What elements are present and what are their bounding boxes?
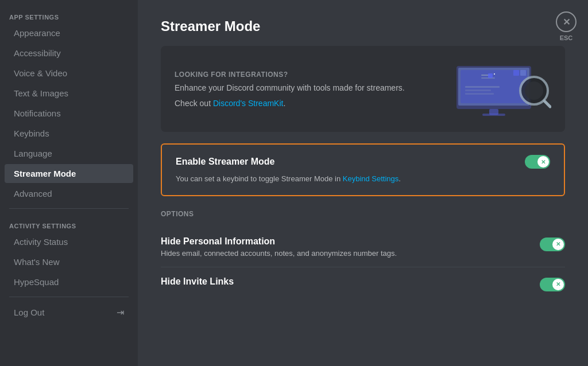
sidebar-item-accessibility[interactable]: Accessibility <box>5 44 133 63</box>
sidebar-item-text-images[interactable]: Text & Images <box>5 84 133 103</box>
logout-button[interactable]: Log Out ⇥ <box>5 302 133 322</box>
sidebar-item-voice-video[interactable]: Voice & Video <box>5 64 133 83</box>
hide-personal-info-toggle[interactable]: ✕ <box>540 237 565 251</box>
toggle-icon-personal: ✕ <box>556 241 560 247</box>
app-settings-label: APP SETTINGS <box>0 5 138 23</box>
svg-rect-8 <box>494 73 495 75</box>
svg-rect-6 <box>481 77 495 79</box>
esc-button[interactable]: ✕ ESC <box>556 11 577 41</box>
options-label: OPTIONS <box>161 210 565 218</box>
sidebar-item-advanced[interactable]: Advanced <box>5 184 133 203</box>
hide-invite-links-toggle[interactable]: ✕ <box>540 278 565 291</box>
svg-rect-14 <box>465 93 494 95</box>
sidebar-item-streamer-mode[interactable]: Streamer Mode <box>5 164 133 183</box>
sidebar-item-hypesquad[interactable]: HypeSquad <box>5 272 133 291</box>
integration-card: LOOKING FOR INTEGRATIONS? Enhance your D… <box>161 46 565 132</box>
activity-settings-label: ACTIVITY SETTINGS <box>0 213 138 232</box>
option-desc-hide-personal: Hides email, connected accounts, notes, … <box>161 249 397 258</box>
svg-rect-16 <box>520 70 526 76</box>
sidebar: APP SETTINGS Appearance Accessibility Vo… <box>0 0 138 366</box>
option-text: Hide Personal Information Hides email, c… <box>161 236 397 258</box>
svg-point-10 <box>525 81 543 100</box>
svg-rect-13 <box>465 89 491 91</box>
streamer-mode-header: Enable Streamer Mode ✕ <box>176 155 550 169</box>
svg-rect-15 <box>513 70 519 76</box>
toggle-icon-invite: ✕ <box>556 281 560 287</box>
enable-streamer-mode-toggle[interactable]: ✕ <box>525 155 550 169</box>
toggle-knob: ✕ <box>537 156 549 168</box>
sidebar-item-appearance[interactable]: Appearance <box>5 24 133 42</box>
option-title-hide-personal: Hide Personal Information <box>161 236 397 247</box>
sidebar-item-notifications[interactable]: Notifications <box>5 104 133 123</box>
svg-rect-12 <box>465 86 500 88</box>
streamer-mode-title: Enable Streamer Mode <box>176 157 275 167</box>
sidebar-item-activity-status[interactable]: Activity Status <box>5 232 133 251</box>
toggle-icon: ✕ <box>541 159 546 165</box>
esc-label: ESC <box>560 34 573 41</box>
option-hide-invite-links: Hide Invite Links ✕ <box>161 267 565 301</box>
sidebar-divider-2 <box>9 297 129 297</box>
main-content: ✕ ESC Streamer Mode LOOKING FOR INTEGRAT… <box>138 0 588 366</box>
sidebar-divider-1 <box>9 208 129 209</box>
sidebar-item-language[interactable]: Language <box>5 144 133 163</box>
svg-rect-7 <box>488 73 493 78</box>
integration-desc: Enhance your Discord community with tool… <box>175 82 436 94</box>
page-title: Streamer Mode <box>161 18 565 34</box>
close-icon: ✕ <box>563 17 570 28</box>
logout-icon: ⇥ <box>117 307 124 318</box>
option-title-hide-invite: Hide Invite Links <box>161 277 234 287</box>
streamer-mode-desc: You can set a keybind to toggle Streamer… <box>176 173 550 185</box>
sidebar-item-keybinds[interactable]: Keybinds <box>5 124 133 143</box>
toggle-knob-invite: ✕ <box>552 279 564 290</box>
options-section: OPTIONS Hide Personal Information Hides … <box>161 210 565 301</box>
streamer-mode-card: Enable Streamer Mode ✕ You can set a key… <box>161 143 565 196</box>
integration-text: LOOKING FOR INTEGRATIONS? Enhance your D… <box>175 71 436 108</box>
option-hide-personal-info: Hide Personal Information Hides email, c… <box>161 227 565 267</box>
keybind-settings-link[interactable]: Keybind Settings <box>343 174 399 183</box>
close-circle: ✕ <box>556 11 577 32</box>
option-text-invite: Hide Invite Links <box>161 277 234 289</box>
svg-rect-4 <box>482 114 505 116</box>
sidebar-item-whats-new[interactable]: What's New <box>5 252 133 271</box>
toggle-knob-personal: ✕ <box>552 239 564 250</box>
integration-title: LOOKING FOR INTEGRATIONS? <box>175 71 436 79</box>
streamkit-link[interactable]: Discord's StreamKit <box>213 99 283 108</box>
integration-illustration <box>448 57 551 120</box>
svg-line-11 <box>544 101 550 107</box>
integration-link: Check out Discord's StreamKit. <box>175 99 436 108</box>
